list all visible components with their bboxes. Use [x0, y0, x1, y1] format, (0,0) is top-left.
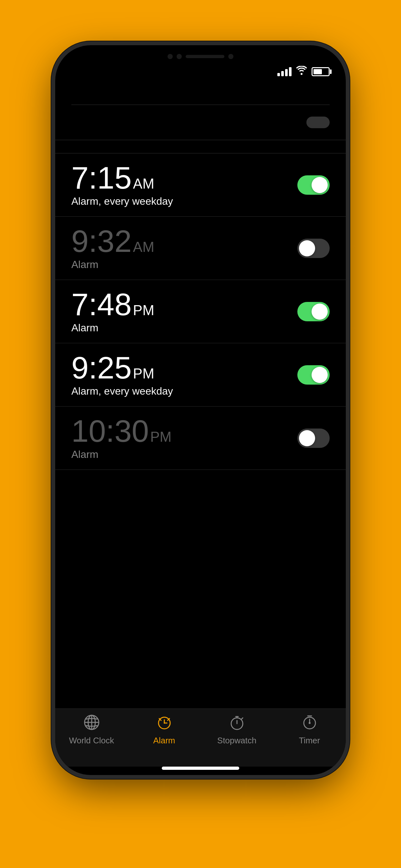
alarm-time: 7:48 PM — [71, 289, 297, 320]
alarm-item[interactable]: 7:48 PM Alarm — [55, 280, 346, 343]
status-icons — [277, 66, 330, 78]
alarm-description: Alarm, every weekday — [71, 385, 297, 397]
tab-label-stopwatch: Stopwatch — [217, 736, 256, 746]
alarm-period: AM — [133, 176, 154, 192]
toggle-knob — [312, 177, 328, 193]
alarm-period: PM — [133, 302, 154, 318]
toggle-knob — [299, 430, 315, 446]
notch-dot-1 — [167, 54, 173, 59]
alarm-time-digits: 9:32 — [71, 226, 132, 257]
svg-line-14 — [242, 718, 243, 719]
alarm-item[interactable]: 9:25 PM Alarm, every weekday — [55, 343, 346, 407]
signal-bar-4 — [289, 67, 291, 76]
alarm-toggle[interactable] — [297, 175, 330, 195]
no-alarm-section — [55, 105, 346, 140]
tab-label-timer: Timer — [299, 736, 320, 746]
alarm-item[interactable]: 9:32 AM Alarm — [55, 217, 346, 280]
notch — [146, 45, 255, 68]
alarm-icon — [156, 714, 173, 733]
tab-alarm[interactable]: Alarm — [128, 714, 201, 746]
change-button[interactable] — [306, 117, 330, 128]
notch-dot-2 — [177, 54, 182, 59]
stopwatch-icon — [228, 714, 245, 733]
home-indicator — [162, 767, 239, 770]
alarm-info: 7:15 AM Alarm, every weekday — [71, 162, 297, 207]
alarm-period: PM — [150, 429, 172, 445]
other-section-header — [55, 140, 346, 153]
timer-icon — [301, 714, 318, 733]
alarm-period: AM — [133, 239, 154, 255]
tab-timer[interactable]: Timer — [273, 714, 346, 746]
toggle-knob — [312, 367, 328, 383]
alarm-time: 9:25 PM — [71, 352, 297, 383]
notch-dot-3 — [228, 54, 234, 59]
phone-screen: 7:15 AM Alarm, every weekday 9:32 AM Ala… — [55, 45, 346, 775]
alarm-info: 7:48 PM Alarm — [71, 289, 297, 334]
alarm-list: 7:15 AM Alarm, every weekday 9:32 AM Ala… — [55, 153, 346, 709]
alarm-info: 10:30 PM Alarm — [71, 415, 297, 461]
status-bar — [55, 45, 346, 84]
alarm-description: Alarm — [71, 448, 297, 461]
alarm-description: Alarm — [71, 259, 297, 271]
alarm-info: 9:25 PM Alarm, every weekday — [71, 352, 297, 397]
alarm-time-digits: 9:25 — [71, 352, 132, 383]
alarm-description: Alarm, every weekday — [71, 195, 297, 207]
world-clock-icon — [83, 714, 100, 733]
alarm-time-digits: 7:48 — [71, 289, 132, 320]
toggle-knob — [299, 240, 315, 256]
alarm-item[interactable]: 7:15 AM Alarm, every weekday — [55, 153, 346, 217]
alarm-item[interactable]: 10:30 PM Alarm — [55, 407, 346, 470]
alarm-info: 9:32 AM Alarm — [71, 226, 297, 271]
svg-point-16 — [309, 722, 311, 724]
wifi-icon — [296, 66, 307, 78]
notch-bar — [186, 55, 224, 58]
battery-fill — [313, 69, 322, 74]
alarm-toggle[interactable] — [297, 429, 330, 448]
alarm-time-digits: 7:15 — [71, 162, 132, 193]
signal-bar-1 — [277, 73, 280, 76]
alarm-toggle[interactable] — [297, 239, 330, 258]
alarm-time: 7:15 AM — [71, 162, 297, 193]
signal-bar-2 — [281, 71, 284, 76]
battery-icon — [312, 67, 330, 76]
alarm-time-digits: 10:30 — [71, 415, 149, 446]
alarm-description: Alarm — [71, 322, 297, 334]
toggle-knob — [312, 304, 328, 320]
app-header — [55, 84, 346, 105]
sleep-wakeup-section — [71, 97, 330, 105]
alarm-time: 9:32 AM — [71, 226, 297, 257]
tab-label-alarm: Alarm — [153, 736, 175, 746]
signal-icon — [277, 67, 291, 76]
tab-label-world-clock: World Clock — [69, 736, 114, 746]
tab-stopwatch[interactable]: Stopwatch — [201, 714, 273, 746]
phone-mockup: 7:15 AM Alarm, every weekday 9:32 AM Ala… — [55, 45, 346, 775]
alarm-time: 10:30 PM — [71, 415, 297, 446]
alarm-toggle[interactable] — [297, 302, 330, 321]
tab-bar: World Clock Alarm Stopwatch Timer — [55, 709, 346, 767]
alarm-period: PM — [133, 366, 154, 382]
signal-bar-3 — [285, 69, 288, 76]
tab-world-clock[interactable]: World Clock — [55, 714, 128, 746]
app-content: 7:15 AM Alarm, every weekday 9:32 AM Ala… — [55, 84, 346, 709]
svg-point-9 — [164, 722, 165, 724]
alarm-toggle[interactable] — [297, 365, 330, 384]
